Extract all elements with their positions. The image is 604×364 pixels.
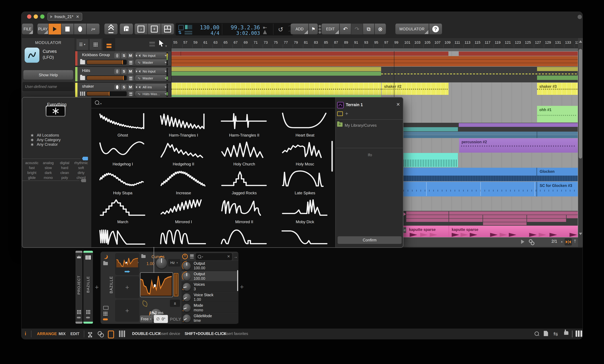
- clip-block[interactable]: [403, 127, 458, 131]
- modulator-slot-3[interactable]: +: [115, 300, 139, 322]
- input-dropdown[interactable]: All ins: [135, 84, 169, 90]
- poly-label[interactable]: POLY: [170, 317, 181, 322]
- link-icon[interactable]: [98, 331, 102, 336]
- routing-menu-button[interactable]: [128, 91, 134, 96]
- scroll-up-icon[interactable]: [579, 40, 582, 43]
- tag-handle2-icon[interactable]: [81, 179, 86, 182]
- preset-item[interactable]: [217, 227, 271, 247]
- minimize-window-button[interactable]: [34, 14, 38, 19]
- clip-block[interactable]: [459, 51, 578, 56]
- tag-item[interactable]: digital: [57, 161, 73, 165]
- close-window-button[interactable]: [27, 14, 31, 19]
- arranger-scrollbar[interactable]: [578, 38, 583, 247]
- preset-item[interactable]: Holy Mosc: [278, 141, 332, 169]
- search-icon[interactable]: [95, 100, 99, 105]
- preset-item[interactable]: [278, 227, 332, 247]
- track-list-menu-button[interactable]: ☰▼: [76, 39, 88, 50]
- clip-fragment[interactable]: e: [403, 227, 406, 233]
- search-filter-caret[interactable]: ▼: [100, 102, 102, 105]
- solo-button[interactable]: S: [121, 69, 127, 74]
- search-input[interactable]: [105, 99, 322, 106]
- view-edit[interactable]: EDIT: [70, 331, 79, 336]
- modulator-display-button[interactable]: MODULATOR: [395, 24, 429, 35]
- add-track-panel-icon[interactable]: +: [95, 284, 99, 291]
- modulator-slot-1[interactable]: ›: [115, 253, 139, 275]
- everything-icon[interactable]: [46, 106, 65, 117]
- preset-item[interactable]: Mirrored II: [217, 199, 271, 226]
- preset-item[interactable]: Hedgehog I: [96, 141, 150, 169]
- time-display[interactable]: 3:02.003: [225, 30, 260, 36]
- bipolar-button[interactable]: ±: [170, 300, 180, 307]
- routing-menu-button[interactable]: [128, 75, 134, 80]
- zoom-window-button[interactable]: [40, 14, 44, 19]
- curve-display[interactable]: [140, 272, 173, 297]
- project-panel-tab[interactable]: PROJECT: [76, 251, 82, 324]
- help-button[interactable]: ?: [429, 24, 442, 35]
- rate-knob[interactable]: [156, 258, 167, 268]
- preset-item[interactable]: Moby Dick: [278, 199, 332, 226]
- output-dropdown[interactable]: ∿Häts Mas...: [135, 91, 169, 97]
- search-icon[interactable]: [535, 331, 539, 336]
- arrange-lanes-button[interactable]: [103, 38, 115, 51]
- clip-block[interactable]: [406, 211, 449, 215]
- depth-slider[interactable]: [174, 273, 178, 296]
- tag-item[interactable]: slow: [40, 166, 56, 170]
- clip-block[interactable]: [406, 215, 449, 218]
- clip-block[interactable]: [537, 67, 578, 71]
- record-button[interactable]: [74, 24, 86, 35]
- mod-routing-icon[interactable]: [182, 254, 188, 259]
- scrollbar-thumb[interactable]: [579, 49, 582, 159]
- library-path[interactable]: My Library/Curves: [345, 123, 377, 128]
- param-knob[interactable]: [183, 283, 191, 291]
- mapping-orange-icon[interactable]: [103, 318, 108, 320]
- tag-item[interactable]: mono: [40, 176, 56, 180]
- filter-location-item[interactable]: All Locations: [31, 133, 86, 137]
- param-knob[interactable]: [183, 262, 191, 270]
- solo-button[interactable]: S: [121, 53, 127, 58]
- clip-overdub-button[interactable]: ♪: [134, 24, 148, 35]
- preset-item[interactable]: Jagged Rocks: [217, 170, 271, 198]
- param-scrollbar-thumb[interactable]: [237, 270, 238, 291]
- edit-button[interactable]: EDIT: [321, 24, 340, 35]
- punch-marker-icon[interactable]: ⇤: [263, 25, 267, 30]
- clip-block[interactable]: [483, 222, 527, 225]
- tag-item[interactable]: poly: [57, 176, 73, 180]
- snap-dots-icon[interactable]: [88, 332, 90, 334]
- preset-item[interactable]: Hedgehog II: [156, 141, 211, 169]
- param-row[interactable]: Output100.00: [182, 261, 238, 271]
- punch-out-button[interactable]: [161, 24, 174, 35]
- time-signature-display[interactable]: 4/4: [195, 30, 219, 36]
- tag-item[interactable]: acoustic: [24, 161, 40, 165]
- output-dropdown[interactable]: ∿Master: [135, 59, 169, 66]
- clip-block[interactable]: [172, 67, 381, 71]
- rate-unit-dropdown[interactable]: Hz▼: [168, 259, 180, 266]
- zoom-fit-icon[interactable]: ⤒: [574, 239, 578, 245]
- param-row[interactable]: Voice Stack1.00: [182, 292, 238, 302]
- tag-item[interactable]: fast: [24, 166, 40, 170]
- track-header[interactable]: shakerSMAll ins∿Häts Mas...: [75, 83, 171, 98]
- preset-item[interactable]: Holy Stupa: [96, 170, 150, 198]
- tag-item[interactable]: analog: [40, 161, 56, 165]
- frame-tool-icon[interactable]: [108, 330, 114, 339]
- track-header[interactable]: HätsSMNo input∿Master: [75, 67, 171, 82]
- preset-tag[interactable]: lfo: [336, 153, 403, 157]
- device-enable-icon[interactable]: [103, 255, 108, 259]
- tag-handle-icon[interactable]: [82, 157, 88, 160]
- clip-block[interactable]: [403, 135, 578, 138]
- mapping-blue-icon[interactable]: [125, 270, 130, 273]
- clip-block[interactable]: [449, 211, 578, 215]
- groove-bars-icon[interactable]: [185, 31, 192, 32]
- preset-item[interactable]: Heart Beat: [278, 112, 332, 140]
- tag-item[interactable]: glide: [24, 176, 40, 180]
- metronome-icon[interactable]: [263, 30, 267, 34]
- tag-item[interactable]: rhythmic: [73, 161, 89, 165]
- add-device-icon[interactable]: +: [240, 283, 244, 291]
- add-marker-button[interactable]: ⚑: [309, 24, 318, 35]
- slot-expand-icon[interactable]: ›: [138, 260, 139, 264]
- marker-lane[interactable]: [172, 48, 578, 51]
- preset-item[interactable]: Holy Church: [217, 141, 271, 169]
- preset-item[interactable]: March: [96, 199, 150, 226]
- param-row[interactable]: Output100.00: [182, 271, 238, 281]
- export-selection-button[interactable]: ⧉: [363, 24, 374, 35]
- param-knob[interactable]: [183, 293, 191, 301]
